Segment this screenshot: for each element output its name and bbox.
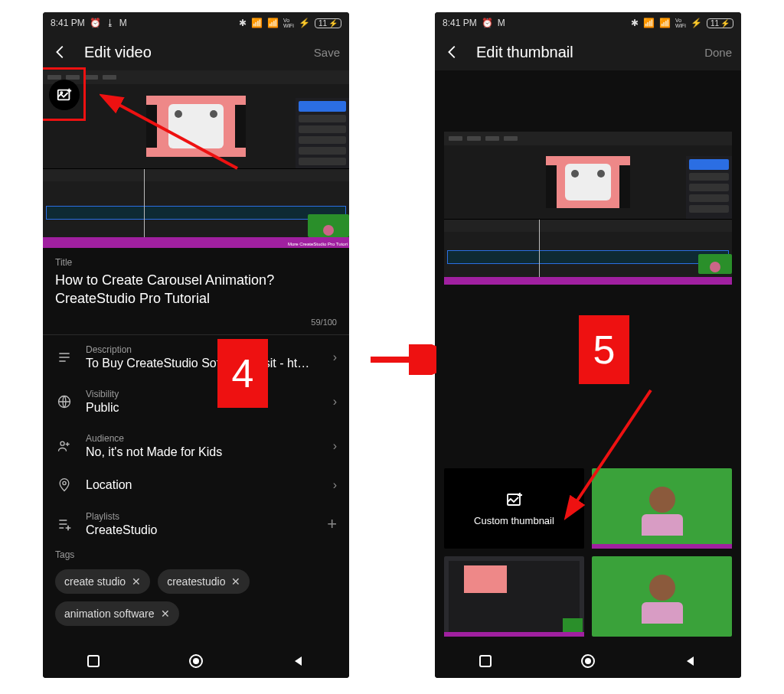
- audience-value: No, it's not Made for Kids: [86, 445, 321, 459]
- row-audience[interactable]: Audience No, it's not Made for Kids ›: [43, 424, 349, 468]
- wifi-icon: ⚡: [691, 18, 702, 28]
- audience-icon: [55, 438, 74, 454]
- phone-edit-video: 8:41 PM ⏰ ⭳ M ✱ 📶 📶 VoWiFi ⚡ 11⚡ Edit vi…: [43, 12, 349, 678]
- tags-label: Tags: [55, 549, 337, 560]
- thumbnail-options-grid: Custom thumbnail: [435, 459, 741, 646]
- title-section[interactable]: Title How to Create Carousel Animation? …: [43, 248, 349, 311]
- thumbnail-option[interactable]: [444, 556, 584, 637]
- svg-point-7: [193, 658, 199, 664]
- svg-point-1: [60, 92, 62, 93]
- clock: 8:41 PM: [443, 18, 477, 28]
- signal-icon: 📶: [267, 18, 279, 28]
- home-button[interactable]: [188, 653, 204, 673]
- row-location[interactable]: Location ›: [43, 468, 349, 502]
- status-bar: 8:41 PM ⏰ ⭳ M ✱ 📶 📶 VoWiFi ⚡ 11⚡: [43, 12, 349, 34]
- location-icon: [55, 477, 74, 493]
- chevron-right-icon: ›: [333, 478, 337, 492]
- back-button[interactable]: [52, 44, 69, 60]
- plus-icon[interactable]: +: [327, 514, 337, 534]
- battery-indicator: 11⚡: [315, 18, 341, 28]
- description-value: To Buy CreateStudio Software Visit - ht…: [86, 357, 321, 370]
- add-thumbnail-button[interactable]: [49, 80, 80, 110]
- annotation-step-5: 5: [579, 315, 629, 384]
- recent-apps-button[interactable]: [87, 655, 100, 670]
- globe-icon: [55, 394, 74, 409]
- video-preview[interactable]: More CreateStudio Pro Tutori: [43, 70, 349, 248]
- home-button[interactable]: [580, 653, 596, 673]
- playlist-add-icon: [55, 516, 74, 532]
- title-counter: 59/100: [43, 311, 349, 335]
- recent-apps-button[interactable]: [479, 655, 492, 670]
- status-bar: 8:41 PM ⏰ M ✱ 📶 📶 VoWiFi ⚡ 11⚡: [435, 12, 741, 34]
- android-nav-bar: [43, 647, 349, 678]
- battery-indicator: 11⚡: [707, 18, 733, 28]
- tag-chips: create studio✕ createstudio✕ animation s…: [55, 569, 337, 626]
- signal-icon: 📶: [643, 18, 655, 28]
- svg-rect-5: [88, 656, 99, 666]
- signal-icon: 📶: [251, 18, 263, 28]
- bluetooth-icon: ✱: [631, 18, 639, 28]
- back-nav-button[interactable]: [292, 655, 305, 670]
- thumbnail-option[interactable]: [592, 556, 732, 637]
- presenter-pip: [308, 214, 349, 237]
- editor-mockup: More CreateStudio Pro Tutori: [43, 70, 349, 248]
- playlists-value: CreateStudio: [86, 523, 315, 537]
- svg-point-3: [60, 441, 64, 445]
- title-field[interactable]: How to Create Carousel Animation? Create…: [55, 271, 337, 308]
- bluetooth-icon: ✱: [239, 18, 247, 28]
- mail-icon: M: [498, 18, 505, 28]
- vowifi-icon: VoWiFi: [675, 18, 686, 28]
- wifi-icon: ⚡: [299, 18, 310, 28]
- current-thumbnail-preview: [444, 132, 732, 285]
- chevron-right-icon: ›: [333, 395, 337, 409]
- row-visibility[interactable]: Visibility Public ›: [43, 380, 349, 424]
- chevron-right-icon: ›: [333, 350, 337, 364]
- back-button[interactable]: [444, 44, 461, 60]
- clock: 8:41 PM: [51, 18, 85, 28]
- download-icon: ⭳: [106, 18, 115, 28]
- page-title: Edit video: [84, 44, 152, 61]
- audience-label: Audience: [86, 433, 321, 444]
- chevron-right-icon: ›: [333, 439, 337, 453]
- close-icon[interactable]: ✕: [161, 608, 170, 620]
- page-title: Edit thumbnail: [476, 44, 573, 61]
- app-header: Edit video Save: [43, 34, 349, 70]
- mail-icon: M: [119, 18, 127, 28]
- svg-rect-9: [480, 656, 491, 666]
- thumbnail-option[interactable]: [592, 468, 732, 549]
- tag-chip[interactable]: createstudio✕: [158, 569, 250, 594]
- tag-chip[interactable]: create studio✕: [55, 569, 150, 594]
- row-description[interactable]: Description To Buy CreateStudio Software…: [43, 335, 349, 380]
- title-label: Title: [55, 257, 337, 268]
- location-value: Location: [86, 478, 321, 492]
- alarm-icon: ⏰: [90, 18, 101, 28]
- close-icon[interactable]: ✕: [231, 575, 240, 588]
- custom-thumbnail-label: Custom thumbnail: [474, 515, 554, 526]
- close-icon[interactable]: ✕: [132, 575, 141, 588]
- annotation-arrow-transition: [368, 344, 436, 375]
- vowifi-icon: VoWiFi: [283, 18, 294, 28]
- description-label: Description: [86, 344, 321, 355]
- save-button[interactable]: Save: [314, 46, 340, 59]
- annotation-step-4: 4: [217, 339, 268, 408]
- custom-thumbnail-button[interactable]: Custom thumbnail: [444, 468, 584, 549]
- back-nav-button[interactable]: [684, 655, 697, 670]
- done-button[interactable]: Done: [704, 46, 732, 59]
- tag-chip[interactable]: animation software✕: [55, 601, 179, 626]
- preview-caption: More CreateStudio Pro Tutori: [288, 242, 348, 246]
- svg-point-4: [63, 481, 66, 484]
- alarm-icon: ⏰: [482, 18, 493, 28]
- visibility-label: Visibility: [86, 389, 321, 399]
- visibility-value: Public: [86, 401, 321, 415]
- app-header: Edit thumbnail Done: [435, 34, 741, 70]
- android-nav-bar: [435, 647, 741, 678]
- svg-point-11: [585, 658, 591, 664]
- description-icon: [55, 350, 74, 365]
- tags-section: Tags create studio✕ createstudio✕ animat…: [43, 546, 349, 647]
- signal-icon: 📶: [659, 18, 671, 28]
- playlists-label: Playlists: [86, 511, 315, 522]
- row-playlists[interactable]: Playlists CreateStudio +: [43, 502, 349, 546]
